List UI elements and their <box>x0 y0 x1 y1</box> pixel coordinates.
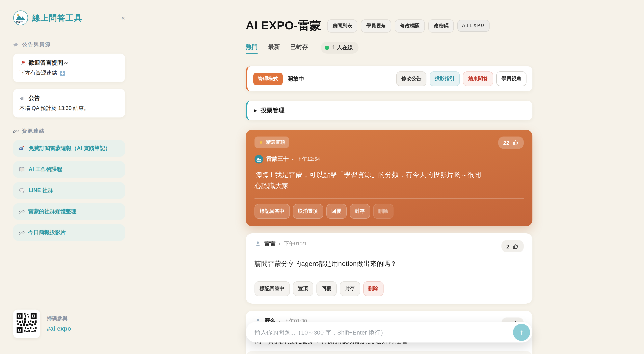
resource-link-newsletter[interactable]: 免費訂閱雷蒙週報（AI 實踐筆記） <box>13 140 125 157</box>
resource-link-social[interactable]: 雷蒙的社群媒體整理 <box>13 203 125 220</box>
pushpin-icon <box>20 60 26 66</box>
reply-button[interactable]: 回覆 <box>326 204 346 219</box>
announcement-card: 公告 本場 QA 預計於 13:30 結束。 <box>13 89 125 117</box>
thumbs-up-icon <box>512 139 519 146</box>
person-icon <box>254 240 261 247</box>
avatar <box>254 155 263 163</box>
mark-answering-button[interactable]: 標記回答中 <box>254 282 290 296</box>
tab-latest[interactable]: 最新 <box>268 43 280 54</box>
question-composer: ↑ <box>246 322 532 343</box>
delete-button[interactable]: 刪除 <box>363 282 383 296</box>
main-header: AI EXPO-雷蒙 房間列表 學員視角 修改標題 改密碼 AIEXPO <box>246 18 532 34</box>
sidebar: 線上問答工具 « 公告與資源 歡迎留言提問～ 下方有資源連結 公告 本場 QA <box>0 0 134 354</box>
megaphone-icon <box>20 95 26 101</box>
resource-link-course[interactable]: AI 工作術課程 <box>13 161 125 178</box>
link-icon <box>19 209 24 215</box>
online-dot-icon <box>325 45 329 50</box>
room-open-status: 開放中 <box>288 75 304 82</box>
qr-code-image <box>16 312 37 334</box>
announcements-section-label: 公告與資源 <box>13 41 125 48</box>
main-area: AI EXPO-雷蒙 房間列表 學員視角 修改標題 改密碼 AIEXPO 熱門 … <box>134 0 644 354</box>
question-input[interactable] <box>254 329 513 336</box>
resource-link-line[interactable]: LINE 社群 <box>13 182 125 199</box>
link-icon <box>13 128 19 134</box>
resource-link-slides[interactable]: 今日簡報投影片 <box>13 224 125 241</box>
app-title: 線上問答工具 <box>32 12 82 23</box>
unpin-button[interactable]: 取消置頂 <box>293 204 323 219</box>
resources-section-label: 資源連結 <box>13 128 125 135</box>
mailbox-icon <box>19 145 25 152</box>
page-title: AI EXPO-雷蒙 <box>246 18 322 34</box>
message-text: 請問雷蒙分享的agent都是用notion做出來的嗎？ <box>254 258 524 269</box>
next-message-card-edge <box>246 351 532 354</box>
archive-button[interactable]: 封存 <box>350 204 370 219</box>
link-icon <box>19 230 24 236</box>
qr-room-tag: #ai-expo <box>47 325 71 332</box>
tab-hot[interactable]: 熱門 <box>246 43 258 54</box>
room-list-button[interactable]: 房間列表 <box>327 19 358 32</box>
author-name: 雷雷 <box>264 240 276 247</box>
book-icon <box>19 166 25 173</box>
projection-guide-button[interactable]: 投影指引 <box>430 71 460 86</box>
student-view-button[interactable]: 學員視角 <box>496 71 526 86</box>
room-code-badge: AIEXPO <box>458 20 490 32</box>
change-password-button[interactable]: 改密碼 <box>428 19 454 32</box>
message-card: 雷雷 • 下午01:21 2 請問雷蒙分享的agent都是用notion做出來的… <box>246 233 532 304</box>
message-time: 下午01:21 <box>284 240 307 247</box>
sidebar-header: 線上問答工具 « <box>13 10 125 25</box>
qr-code <box>13 310 40 338</box>
sidebar-collapse-button[interactable]: « <box>121 14 125 22</box>
tabs-row: 熱門 最新 已封存 1 人在線 <box>246 42 532 56</box>
featured-pin-badge: 精選置頂 <box>254 136 289 148</box>
qr-section: 掃碼參與 #ai-expo <box>13 310 71 338</box>
vote-management-label: 投票管理 <box>261 107 284 114</box>
edit-title-button[interactable]: 修改標題 <box>395 19 425 32</box>
featured-message-card: 精選置頂 22 雷蒙三十 • 下午12:54 嗨嗨！我是雷蒙，可以點擊「學習資源… <box>246 130 532 226</box>
pin-button[interactable]: 置頂 <box>293 282 313 296</box>
archive-button[interactable]: 封存 <box>340 282 360 296</box>
vote-management-toggle[interactable]: ▶ 投票管理 <box>246 101 532 120</box>
admin-mode-badge: 管理模式 <box>253 72 283 85</box>
chat-icon <box>19 187 25 194</box>
mountain-logo-icon <box>13 10 28 25</box>
mark-answering-button[interactable]: 標記回答中 <box>254 204 290 219</box>
thumbs-up-icon <box>512 243 519 250</box>
down-arrow-icon <box>59 70 65 76</box>
like-button[interactable]: 2 <box>502 240 524 252</box>
like-button[interactable]: 22 <box>498 136 524 149</box>
message-text: 嗨嗨！我是雷蒙，可以點擊「學習資源」的分類，有今天的投影片喲～很開心認識大家 <box>254 169 485 192</box>
delete-button[interactable]: 刪除 <box>373 204 393 219</box>
megaphone-icon <box>13 42 19 48</box>
triangle-right-icon: ▶ <box>254 108 257 113</box>
author-name: 雷蒙三十 <box>266 156 289 163</box>
announcement-card: 歡迎留言提問～ 下方有資源連結 <box>13 53 125 82</box>
tab-archived[interactable]: 已封存 <box>290 43 308 54</box>
end-qa-button[interactable]: 結束問答 <box>463 71 493 86</box>
student-view-button[interactable]: 學員視角 <box>361 19 391 32</box>
edit-announcement-button[interactable]: 修改公告 <box>396 71 426 86</box>
up-arrow-icon: ↑ <box>520 328 524 337</box>
message-time: 下午12:54 <box>297 156 320 163</box>
reply-button[interactable]: 回覆 <box>316 282 336 296</box>
admin-mode-bar: 管理模式 開放中 修改公告 投影指引 結束問答 學員視角 <box>246 66 532 91</box>
send-button[interactable]: ↑ <box>513 324 530 341</box>
qr-caption: 掃碼參與 <box>47 315 71 322</box>
star-icon <box>258 140 264 145</box>
online-status: 1 人在線 <box>321 42 358 53</box>
